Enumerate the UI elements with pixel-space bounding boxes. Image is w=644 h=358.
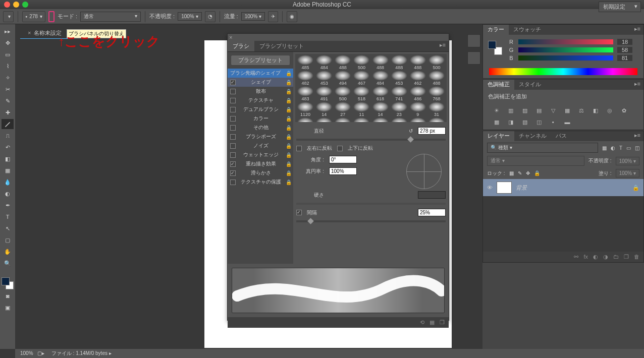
flip-y-checkbox[interactable] [337, 146, 343, 151]
lock-icon[interactable]: 🔒 [286, 170, 291, 176]
brush-tip-cell[interactable]: 485 [296, 55, 314, 70]
close-panel-icon[interactable]: × [228, 34, 235, 41]
r-value[interactable]: 18 [617, 39, 632, 45]
lock-pixels-icon[interactable]: ✎ [518, 170, 522, 176]
brush-tip-cell[interactable]: 741 [390, 86, 408, 101]
brush-tip-cell[interactable]: 494 [334, 71, 352, 86]
lock-icon[interactable]: 🔒 [286, 180, 291, 185]
filter-adjust-icon[interactable]: ◐ [611, 145, 615, 151]
minimize-window-icon[interactable] [13, 2, 19, 8]
setting-checkbox[interactable] [230, 170, 236, 176]
pen-tool-icon[interactable]: ✒ [2, 200, 14, 210]
brush-tip-cell[interactable]: 488 [371, 55, 390, 70]
lock-icon[interactable]: 🔒 [286, 116, 291, 122]
lock-all-icon[interactable]: 🔒 [534, 170, 540, 176]
brush-tip-cell[interactable]: 453 [390, 71, 408, 86]
toggle-brush-panel-button[interactable] [48, 11, 55, 22]
color-spectrum[interactable] [489, 68, 637, 75]
brush-presets-tab[interactable]: ブラシプリセット [254, 41, 309, 51]
b-slider[interactable] [518, 55, 613, 61]
brush-setting-row[interactable]: テクスチャ🔒 [228, 96, 293, 105]
brush-tip-cell[interactable]: 486 [409, 86, 427, 101]
flip-x-checkbox[interactable] [296, 146, 302, 151]
collapsed-panel-icon[interactable] [467, 34, 480, 47]
brush-tip-cell[interactable]: 484 [315, 55, 333, 70]
dodge-tool-icon[interactable]: ◐ [2, 189, 14, 199]
layer-style-icon[interactable]: fx [583, 254, 588, 260]
brush-tip-cell[interactable]: 462 [409, 71, 427, 86]
move-tool-icon[interactable]: ✥ [2, 38, 14, 48]
color-swatch[interactable] [488, 41, 502, 55]
file-info[interactable]: ファイル : 1.14M/0 bytes [51, 350, 108, 356]
crop-tool-icon[interactable]: ✂ [2, 84, 14, 94]
filter-type-icon[interactable]: T [619, 145, 622, 151]
size-pressure-icon[interactable]: ◉ [287, 11, 297, 22]
lock-icon[interactable]: 🔒 [286, 143, 291, 149]
brush-tip-cell[interactable]: 37 [390, 117, 408, 122]
diameter-slider[interactable] [296, 139, 446, 141]
brush-tip-cell[interactable]: 484 [371, 71, 390, 86]
path-selection-tool-icon[interactable]: ↖ [2, 223, 14, 233]
brush-tip-cell[interactable]: 14 [371, 102, 390, 117]
layer-thumbnail[interactable] [497, 182, 512, 194]
paths-tab[interactable]: パス [551, 131, 571, 141]
lock-icon[interactable]: 🔒 [286, 107, 291, 112]
brush-tip-cell[interactable]: 11 [352, 102, 370, 117]
delete-layer-icon[interactable]: 🗑 [634, 254, 639, 260]
layer-mask-icon[interactable]: ◐ [593, 254, 598, 260]
reset-size-icon[interactable]: ↺ [409, 128, 413, 134]
angle-roundness-control[interactable] [406, 154, 442, 189]
brush-tip-cell[interactable]: 453 [315, 71, 333, 86]
brush-tip-cell[interactable]: 483 [296, 86, 314, 101]
type-tool-icon[interactable]: T [2, 212, 14, 222]
new-preset-icon[interactable]: ❐ [440, 319, 445, 326]
create-brush-icon[interactable]: ▦ [430, 319, 435, 326]
brush-setting-row[interactable]: 滑らかさ🔒 [228, 168, 293, 177]
brush-tip-cell[interactable]: 14 [315, 102, 333, 117]
layer-filter-dropdown[interactable]: 🔍 種類 ▾ [487, 143, 598, 153]
brush-tip-cell[interactable]: 488 [409, 55, 427, 70]
setting-checkbox[interactable] [230, 89, 236, 94]
airbrush-icon[interactable]: ✈ [268, 11, 278, 22]
brush-tip-cell[interactable]: 500 [352, 55, 370, 70]
r-slider[interactable] [518, 39, 613, 44]
brush-tip-cell[interactable]: 2056 [352, 117, 370, 122]
brush-setting-row[interactable]: デュアルブラシ🔒 [228, 105, 293, 114]
rectangle-tool-icon[interactable]: ▢ [2, 235, 14, 245]
quick-mask-icon[interactable]: ◙ [2, 291, 14, 301]
toggle-preview-icon[interactable]: ⟲ [420, 319, 424, 326]
brush-setting-row[interactable]: その他🔒 [228, 123, 293, 132]
setting-checkbox[interactable] [230, 116, 236, 122]
tool-preset-dropdown[interactable]: ▾ [3, 11, 14, 22]
lock-icon[interactable]: 🔒 [286, 89, 291, 94]
bw-icon[interactable]: ◧ [591, 107, 600, 114]
lock-icon[interactable]: 🔒 [286, 152, 291, 158]
brush-tip-cell[interactable]: 17 [427, 117, 446, 122]
setting-checkbox[interactable] [230, 180, 236, 185]
setting-checkbox[interactable] [230, 125, 236, 131]
panel-menu-icon[interactable]: ▸≡ [631, 80, 643, 90]
brush-tip-cell[interactable]: 488 [390, 55, 408, 70]
panel-menu-icon[interactable]: ▸≡ [631, 25, 643, 35]
clone-stamp-tool-icon[interactable]: ⎍ [2, 131, 14, 141]
lock-transparency-icon[interactable]: ▦ [509, 170, 514, 176]
history-brush-tool-icon[interactable]: ↶ [2, 142, 14, 152]
brush-tip-cell[interactable]: 618 [371, 86, 390, 101]
lock-icon[interactable]: 🔒 [286, 134, 291, 140]
workspace-switcher[interactable]: 初期設定 ▾ [599, 2, 641, 12]
zoom-tool-icon[interactable]: 🔍 [2, 258, 14, 268]
brush-tip-cell[interactable]: 1120 [296, 102, 314, 117]
brightness-icon[interactable]: ☀ [492, 107, 501, 114]
brush-setting-row[interactable]: ブラシポーズ🔒 [228, 132, 293, 141]
levels-icon[interactable]: ▥ [506, 107, 515, 114]
brush-tip-cell[interactable]: 2099 [315, 117, 333, 122]
brush-tip-cell[interactable]: 2158 [334, 117, 352, 122]
close-tab-icon[interactable]: × [28, 30, 31, 36]
fill-adjust-icon[interactable]: ◑ [603, 254, 608, 260]
brush-tip-cell[interactable]: 23 [390, 102, 408, 117]
brush-setting-row[interactable]: 散布🔒 [228, 87, 293, 96]
foreground-background-colors[interactable] [2, 277, 14, 289]
lock-icon[interactable]: 🔒 [286, 161, 291, 167]
filter-pixel-icon[interactable]: ▦ [602, 145, 607, 151]
gradient-map-icon[interactable]: ▬ [563, 119, 572, 126]
